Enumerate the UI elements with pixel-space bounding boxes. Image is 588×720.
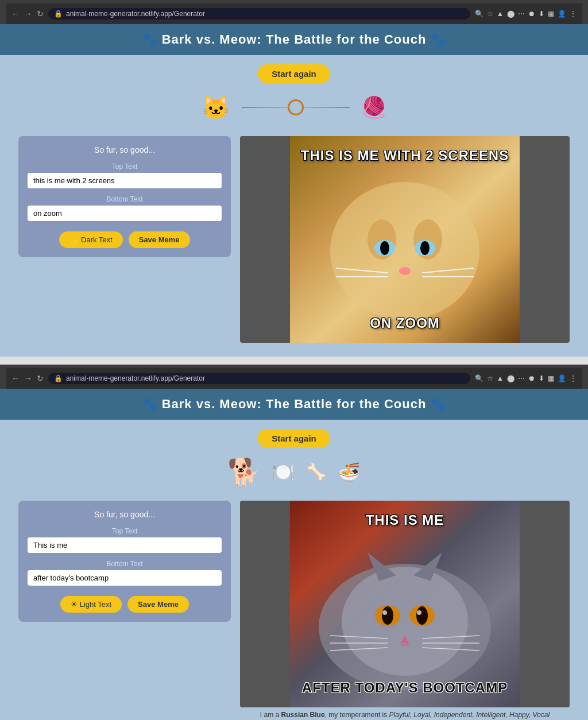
- favicon-2: 🔒: [54, 374, 63, 382]
- url-text-1: animal-meme-generator.netlify.app/Genera…: [66, 10, 205, 18]
- extension-icon: ⬤: [507, 10, 514, 18]
- dl-icon-2: ⬇: [539, 374, 544, 382]
- meme-bottom-text-2: AFTER TODAY'S BOOTCAMP: [240, 680, 570, 696]
- start-again-area-1: Start again: [18, 64, 570, 83]
- meme-image-1: THIS IS ME WITH 2 SCREENS ON ZOOM: [240, 136, 570, 343]
- meme-bottom-text-1: ON ZOOM: [240, 315, 570, 331]
- zoom-icon-2: 🔍: [475, 374, 483, 382]
- meme-top-text-1: THIS IS ME WITH 2 SCREENS: [240, 148, 570, 164]
- bottom-text-input-2[interactable]: [28, 570, 222, 586]
- decor-row-1: 🐱 🧶: [18, 90, 570, 125]
- extension-icon-2: ⬤: [507, 374, 514, 382]
- meme-svg-1: [240, 136, 570, 343]
- cat-info: I am a Russian Blue, my temperament is P…: [240, 711, 570, 719]
- forward-button-1[interactable]: →: [24, 9, 32, 18]
- svg-point-8: [399, 267, 411, 275]
- bottom-text-label-2: Bottom Text: [28, 560, 222, 568]
- nav-icons-1: 🔍 ☆ ▲ ⬤ ⋯ ⏺ ⬇ ▦ 👤 ⋮: [475, 10, 577, 18]
- svg-point-22: [382, 610, 387, 615]
- forward-button-2[interactable]: →: [24, 374, 32, 383]
- back-button-2[interactable]: ←: [11, 374, 20, 383]
- svg-point-21: [416, 606, 428, 625]
- more-icon: ⋯: [518, 10, 525, 18]
- refresh-button-2[interactable]: ↻: [37, 374, 44, 383]
- profile-icon: ▲: [497, 10, 504, 18]
- back-button-1[interactable]: ←: [11, 9, 20, 18]
- main-content-1: So fur, so good... Top Text Bottom Text …: [18, 136, 570, 343]
- app-container-1: 🐾 Bark vs. Meow: The Battle for the Couc…: [0, 24, 588, 357]
- form-panel-1: So fur, so good... Top Text Bottom Text …: [18, 136, 231, 257]
- svg-point-20: [382, 606, 393, 625]
- svg-point-23: [417, 610, 421, 615]
- app-header-1: 🐾 Bark vs. Meow: The Battle for the Couc…: [0, 24, 588, 55]
- nav-icons-2: 🔍 ☆ ▲ ⬤ ⋯ ⏺ ⬇ ▦ 👤 ⋮: [475, 374, 577, 382]
- svg-point-7: [420, 241, 430, 255]
- meme-image-2: THIS IS ME AFTER TODAY'S BOOTCAMP: [240, 501, 570, 707]
- bowl-icon-1: 🍽️: [272, 461, 295, 483]
- top-text-input-1[interactable]: [28, 173, 222, 188]
- menu-dots: ⋮: [570, 10, 577, 18]
- svg-point-1: [330, 182, 479, 320]
- dark-text-button-1[interactable]: 🌙 Dark Text: [59, 231, 122, 248]
- grid-icon-2: ▦: [548, 374, 554, 382]
- save-meme-button-2[interactable]: Save Meme: [127, 596, 189, 613]
- app-title-2: 🐾 Bark vs. Meow: The Battle for the Couc…: [142, 397, 447, 411]
- sleeping-cat-icon: 🐱: [202, 94, 230, 121]
- browser-chrome-1: ← → ↻ 🔒 animal-meme-generator.netlify.ap…: [0, 0, 588, 24]
- light-text-button-2[interactable]: ☀ Light Text: [60, 596, 122, 613]
- start-again-button-2[interactable]: Start again: [258, 429, 330, 448]
- grid-icon: ▦: [548, 10, 554, 18]
- start-again-area-2: Start again: [18, 429, 570, 448]
- meme-panel-1: THIS IS ME WITH 2 SCREENS ON ZOOM: [240, 136, 570, 343]
- star-icon-2: ☆: [487, 374, 493, 382]
- bottom-text-input-1[interactable]: [28, 206, 222, 221]
- app-title-1: 🐾 Bark vs. Meow: The Battle for the Couc…: [142, 32, 447, 47]
- address-bar-2[interactable]: 🔒 animal-meme-generator.netlify.app/Gene…: [48, 373, 470, 384]
- top-text-input-2[interactable]: [28, 537, 222, 553]
- app-body-1: Start again 🐱 🧶 So fur, so good... Top T…: [0, 55, 588, 357]
- bottom-text-label-1: Bottom Text: [28, 195, 222, 203]
- user-icon: 👤: [558, 10, 566, 18]
- meme-svg-2: [240, 501, 570, 707]
- browser-nav-2: ← → ↻ 🔒 animal-meme-generator.netlify.ap…: [6, 368, 582, 389]
- decor-row-2: 🐕 🍽️ 🦴 🍜: [18, 455, 570, 489]
- browser-window-2: ← → ↻ 🔒 animal-meme-generator.netlify.ap…: [0, 365, 588, 720]
- app-container-2: 🐾 Bark vs. Meow: The Battle for the Couc…: [0, 389, 588, 720]
- form-buttons-2: ☀ Light Text Save Meme: [28, 596, 222, 613]
- rec-icon: ⏺: [528, 10, 535, 18]
- meme-top-text-2: THIS IS ME: [240, 512, 570, 528]
- start-again-button-1[interactable]: Start again: [258, 64, 330, 83]
- form-panel-2: So fur, so good... Top Text Bottom Text …: [18, 501, 231, 622]
- window-gap: [0, 357, 588, 365]
- zoom-icon: 🔍: [475, 10, 483, 18]
- svg-point-15: [342, 567, 468, 676]
- rec-icon-2: ⏺: [528, 374, 535, 382]
- app-header-2: 🐾 Bark vs. Meow: The Battle for the Couc…: [0, 389, 588, 420]
- address-bar-1[interactable]: 🔒 animal-meme-generator.netlify.app/Gene…: [48, 8, 470, 20]
- top-text-label-1: Top Text: [28, 162, 222, 171]
- yarn-ball-icon: 🧶: [361, 95, 387, 119]
- form-panel-title-2: So fur, so good...: [28, 510, 222, 519]
- meme-panel-2: THIS IS ME AFTER TODAY'S BOOTCAMP I am a…: [240, 501, 570, 719]
- browser-nav-1: ← → ↻ 🔒 animal-meme-generator.netlify.ap…: [6, 3, 582, 24]
- favicon-1: 🔒: [54, 10, 63, 18]
- main-content-2: So fur, so good... Top Text Bottom Text …: [18, 501, 570, 719]
- dl-icon: ⬇: [539, 10, 544, 18]
- browser-window-1: ← → ↻ 🔒 animal-meme-generator.netlify.ap…: [0, 0, 588, 357]
- svg-point-6: [380, 241, 389, 255]
- menu-dots-2: ⋮: [570, 374, 577, 382]
- save-meme-button-1[interactable]: Save Meme: [129, 231, 190, 248]
- bone-icon: 🦴: [306, 463, 326, 482]
- dog-icon: 🐕: [227, 456, 260, 487]
- bowl-icon-2: 🍜: [338, 461, 361, 483]
- star-icon: ☆: [487, 10, 493, 18]
- refresh-button-1[interactable]: ↻: [37, 9, 44, 18]
- top-text-label-2: Top Text: [28, 527, 222, 535]
- browser-chrome-2: ← → ↻ 🔒 animal-meme-generator.netlify.ap…: [0, 365, 588, 389]
- url-text-2: animal-meme-generator.netlify.app/Genera…: [66, 374, 205, 382]
- user-icon-2: 👤: [558, 374, 566, 382]
- app-body-2: Start again 🐕 🍽️ 🦴 🍜 So fur, so good... …: [0, 420, 588, 720]
- more-icon-2: ⋯: [518, 374, 525, 382]
- profile-icon-2: ▲: [497, 374, 504, 382]
- form-panel-title-1: So fur, so good...: [28, 145, 222, 154]
